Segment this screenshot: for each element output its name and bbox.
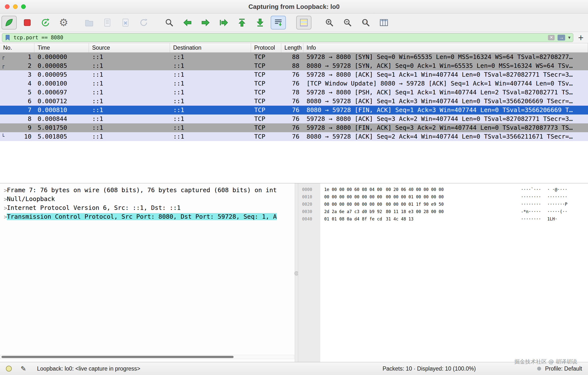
hex-hex2: 00 00 00 01 00 00 00 00 xyxy=(386,193,444,201)
close-window-button[interactable] xyxy=(5,4,10,9)
filter-dropdown-icon[interactable]: ▾ xyxy=(568,35,571,40)
packet-cell-info: 59728 → 8080 [ACK] Seq=1 Ack=1 Win=40774… xyxy=(303,70,588,79)
hex-offset: 0020 xyxy=(302,201,312,208)
packet-cell-source: ::1 xyxy=(89,123,170,132)
detail-line[interactable]: >Transmission Control Protocol, Src Port… xyxy=(0,212,295,221)
details-scrollbar-thumb[interactable] xyxy=(1,356,234,358)
packet-cell-source: ::1 xyxy=(89,88,170,97)
capture-comment-icon[interactable]: ✎ xyxy=(21,365,26,373)
main-toolbar: ⚙1:1 xyxy=(0,14,588,32)
colorize-toggle-icon xyxy=(299,18,308,27)
detail-line[interactable]: >Frame 7: 76 bytes on wire (608 bits), 7… xyxy=(0,186,295,195)
open-capture-file-icon xyxy=(84,18,94,27)
zoom-reset-button[interactable]: 1:1 xyxy=(358,16,373,29)
hex-offset: 0040 xyxy=(302,215,312,223)
filter-bookmark-icon[interactable] xyxy=(5,34,11,41)
expand-chevron-icon[interactable]: > xyxy=(0,186,7,195)
svg-text:1:1: 1:1 xyxy=(363,20,367,24)
packet-row[interactable]: ┌20.000085::1::1TCP888080 → 59728 [SYN, … xyxy=(0,61,588,70)
packet-cell-no: 2 xyxy=(0,61,34,70)
packet-cell-protocol: TCP xyxy=(251,123,281,132)
filter-clear-icon[interactable]: ✕ xyxy=(548,35,555,40)
packet-cell-destination: ::1 xyxy=(170,123,251,132)
filter-add-button[interactable]: + xyxy=(578,33,584,42)
find-packet-button[interactable] xyxy=(162,16,177,29)
hex-row[interactable]: 00001e 00 00 00 60 08 04 0000 20 06 40 0… xyxy=(298,186,588,193)
packet-row[interactable]: 40.000100::1::1TCP76[TCP Window Update] … xyxy=(0,79,588,88)
profile-button[interactable]: Profile: Default xyxy=(545,365,582,372)
go-to-packet-button[interactable] xyxy=(216,16,231,29)
display-filter-field[interactable]: ✕ → ▾ xyxy=(2,33,573,42)
column-header-destination[interactable]: Destination xyxy=(170,43,251,52)
traffic-lights xyxy=(5,4,29,9)
stop-capture-button[interactable] xyxy=(20,16,35,29)
resize-columns-button[interactable] xyxy=(376,16,392,29)
packet-cell-source: ::1 xyxy=(89,70,170,79)
packet-cell-length: 76 xyxy=(281,79,303,88)
packet-counts-text: Packets: 10 · Displayed: 10 (100.0%) xyxy=(382,365,476,372)
packet-row[interactable]: 60.000712::1::1TCP768080 → 59728 [ACK] S… xyxy=(0,97,588,106)
pane-splitter[interactable] xyxy=(295,183,298,362)
hex-row[interactable]: 001000 00 00 00 00 00 00 0000 00 00 01 0… xyxy=(298,193,588,201)
column-header-time[interactable]: Time xyxy=(34,43,89,52)
packet-cell-length: 76 xyxy=(281,132,303,141)
hex-row[interactable]: 002000 00 00 00 00 00 00 0000 00 00 01 1… xyxy=(298,201,588,208)
column-header-length[interactable]: Length xyxy=(281,43,303,52)
open-capture-file-button[interactable] xyxy=(82,16,97,29)
packet-cell-time: 0.000085 xyxy=(34,61,89,70)
packet-row[interactable]: 50.000697::1::1TCP7859728 → 8080 [PSH, A… xyxy=(0,88,588,97)
hex-row[interactable]: 00302d 2a 6e a7 c3 d0 b9 9280 11 18 e3 0… xyxy=(298,208,588,215)
packet-cell-source: ::1 xyxy=(89,106,170,115)
filter-apply-icon[interactable]: → xyxy=(558,35,565,41)
go-forward-button[interactable] xyxy=(198,16,213,29)
packet-cell-time: 0.000844 xyxy=(34,115,89,123)
splitter-handle[interactable] xyxy=(294,271,299,275)
packet-cell-no: 1 xyxy=(0,53,34,61)
packet-cell-protocol: TCP xyxy=(251,53,281,61)
packet-list: No. Time Source Destination Protocol Len… xyxy=(0,43,588,183)
detail-line[interactable]: >Internet Protocol Version 6, Src: ::1, … xyxy=(0,203,295,212)
zoom-out-button[interactable] xyxy=(340,16,355,29)
packet-row[interactable]: 95.001750::1::1TCP7659728 → 8080 [FIN, A… xyxy=(0,123,588,132)
expand-chevron-icon[interactable]: > xyxy=(0,195,7,203)
hex-ascii2: ·····(·· xyxy=(547,208,567,215)
column-header-info[interactable]: Info xyxy=(303,43,588,52)
window-title: Capturing from Loopback: lo0 xyxy=(0,0,588,13)
column-header-no[interactable]: No. xyxy=(0,43,34,52)
close-capture-file-button[interactable] xyxy=(118,16,133,29)
hex-row[interactable]: 004001 01 08 0a d4 8f fe cd31 4c 48 13··… xyxy=(298,215,588,223)
colorize-toggle-button[interactable] xyxy=(296,16,311,29)
capture-options-button[interactable]: ⚙ xyxy=(56,16,71,29)
column-header-protocol[interactable]: Protocol xyxy=(251,43,281,52)
fullscreen-window-button[interactable] xyxy=(21,4,26,9)
packet-row[interactable]: └105.001805::1::1TCP768080 → 59728 [ACK]… xyxy=(0,132,588,141)
hex-ascii2: · ·@···· xyxy=(547,186,567,193)
start-capture-button[interactable] xyxy=(1,16,17,29)
go-to-last-packet-button[interactable] xyxy=(252,16,268,29)
details-horizontal-scrollbar[interactable] xyxy=(0,355,294,359)
packet-row[interactable]: 80.000844::1::1TCP7659728 → 8080 [ACK] S… xyxy=(0,115,588,123)
go-back-button[interactable] xyxy=(180,16,195,29)
hex-ascii1: -*n····· xyxy=(521,208,541,215)
detail-line-text: Internet Protocol Version 6, Src: ::1, D… xyxy=(7,204,181,211)
go-to-last-packet-icon xyxy=(255,18,265,27)
packet-row[interactable]: 30.000095::1::1TCP7659728 → 8080 [ACK] S… xyxy=(0,70,588,79)
expand-chevron-icon[interactable]: > xyxy=(0,213,7,221)
packet-row[interactable]: 70.000810::1::1TCP768080 → 59728 [FIN, A… xyxy=(0,106,588,115)
minimize-window-button[interactable] xyxy=(13,4,18,9)
reload-capture-file-button[interactable] xyxy=(136,16,151,29)
expand-chevron-icon[interactable]: > xyxy=(0,204,7,212)
expert-info-icon[interactable] xyxy=(6,366,12,372)
packet-cell-protocol: TCP xyxy=(251,115,281,123)
go-to-first-packet-button[interactable] xyxy=(234,16,250,29)
wireshark-window: Capturing from Loopback: lo0 ⚙1:1 ✕ → ▾ … xyxy=(0,0,588,375)
auto-scroll-toggle-button[interactable] xyxy=(271,16,286,29)
restart-capture-button[interactable] xyxy=(38,16,53,29)
detail-line[interactable]: >Null/Loopback xyxy=(0,195,295,203)
packet-cell-destination: ::1 xyxy=(170,115,251,123)
display-filter-input[interactable] xyxy=(14,35,548,41)
column-header-source[interactable]: Source xyxy=(89,43,170,52)
zoom-in-button[interactable] xyxy=(322,16,337,29)
save-capture-file-button[interactable] xyxy=(100,16,115,29)
packet-row[interactable]: ┌10.000000::1::1TCP8859728 → 8080 [SYN] … xyxy=(0,53,588,61)
